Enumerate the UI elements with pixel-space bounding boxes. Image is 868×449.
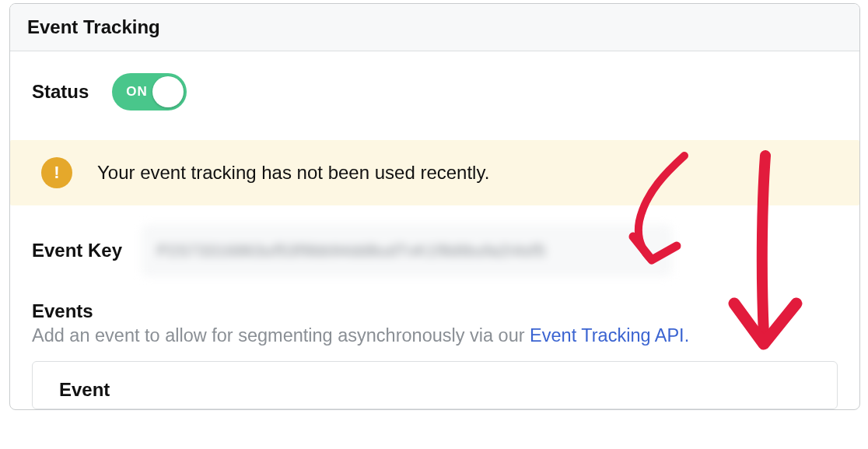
event-tracking-panel: Event Tracking Status ON ! Your event tr… <box>9 3 860 410</box>
events-title: Events <box>32 300 842 322</box>
event-key-field[interactable]: P2S73316863uf53f9bb94dd8udTvK1f8dtbufa2I… <box>142 226 671 275</box>
panel-title: Event Tracking <box>27 16 842 38</box>
toggle-on-text: ON <box>126 84 148 100</box>
status-toggle[interactable]: ON <box>112 73 187 110</box>
notice-banner: ! Your event tracking has not been used … <box>10 140 859 205</box>
events-desc-suffix: . <box>684 325 690 346</box>
events-desc-prefix: Add an event to allow for segmenting asy… <box>32 325 530 346</box>
event-tracking-api-link[interactable]: Event Tracking API <box>530 325 684 346</box>
notice-text: Your event tracking has not been used re… <box>97 162 489 184</box>
warning-icon: ! <box>41 157 72 188</box>
events-column-header: Event <box>59 379 810 401</box>
event-key-label: Event Key <box>32 240 125 261</box>
status-row: Status ON <box>32 73 842 110</box>
status-label: Status <box>32 81 89 103</box>
events-section-header: Events Add an event to allow for segment… <box>32 300 842 349</box>
events-table: Event <box>32 361 838 409</box>
event-key-value: P2S73316863uf53f9bb94dd8udTvK1f8dtbufa2I… <box>157 242 546 260</box>
page-root: Event Tracking Status ON ! Your event tr… <box>0 3 868 449</box>
events-description: Add an event to allow for segmenting asy… <box>32 324 842 349</box>
panel-body: Status ON ! Your event tracking has not … <box>10 51 859 409</box>
events-table-header: Event <box>33 362 837 409</box>
event-key-row: Event Key P2S73316863uf53f9bb94dd8udTvK1… <box>32 226 842 275</box>
toggle-knob <box>152 76 184 107</box>
warning-icon-glyph: ! <box>54 163 59 183</box>
panel-header: Event Tracking <box>10 4 859 51</box>
